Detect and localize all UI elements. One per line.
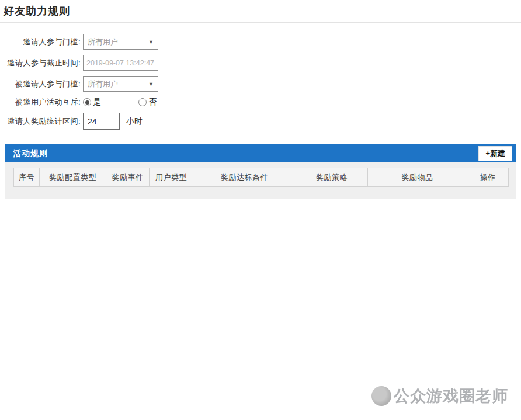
form-row-invitee-threshold: 被邀请人参与门槛: 所有用户 ▼ xyxy=(0,76,521,92)
form-row-inviter-deadline: 邀请人参与截止时间: xyxy=(0,55,521,71)
col-header: 操作 xyxy=(467,168,509,187)
field-label: 邀请人参与门槛: xyxy=(0,37,83,47)
watermark-text: 公众游戏圈老师 xyxy=(394,386,508,407)
form-row-reward-interval: 邀请人奖励统计区间: 小时 xyxy=(0,113,521,130)
panel-header-bar: 活动规则 +新建 xyxy=(5,144,516,162)
watermark-logo-icon xyxy=(371,386,391,406)
friend-assist-rules-page: 好友助力规则 邀请人参与门槛: 所有用户 ▼ 邀请人参与截止时间: 被邀请人参与… xyxy=(0,0,521,420)
panel-title: 活动规则 xyxy=(5,144,516,162)
reward-interval-input[interactable] xyxy=(83,113,120,130)
select-value: 所有用户 xyxy=(88,79,118,89)
form-row-mutual-exclusion: 被邀用户活动互斥: 是 否 xyxy=(0,97,521,107)
table-header-row: 序号 奖励配置类型 奖励事件 用户类型 奖励达标条件 奖励策略 奖励物品 操作 xyxy=(14,168,509,187)
radio-label: 是 xyxy=(93,97,101,107)
field-label: 邀请人参与截止时间: xyxy=(0,58,83,68)
field-label: 邀请人奖励统计区间: xyxy=(0,116,83,127)
col-header: 奖励事件 xyxy=(106,168,150,187)
col-header: 奖励物品 xyxy=(368,168,467,187)
col-header: 用户类型 xyxy=(150,168,193,187)
unit-label: 小时 xyxy=(126,116,143,127)
inviter-threshold-select[interactable]: 所有用户 ▼ xyxy=(83,34,158,50)
activity-rules-panel: 活动规则 +新建 序号 奖励配置类型 奖励事件 用户类型 奖励达标条件 奖励策略 xyxy=(5,144,516,199)
select-value: 所有用户 xyxy=(88,37,118,47)
rules-form: 邀请人参与门槛: 所有用户 ▼ 邀请人参与截止时间: 被邀请人参与门槛: 所有用… xyxy=(0,34,521,130)
title-divider xyxy=(0,22,521,23)
radio-label: 否 xyxy=(148,97,157,107)
invitee-threshold-select[interactable]: 所有用户 ▼ xyxy=(83,76,158,92)
radio-yes[interactable]: 是 xyxy=(83,97,101,107)
col-header: 奖励配置类型 xyxy=(40,168,106,187)
field-label: 被邀用户活动互斥: xyxy=(0,97,83,107)
new-rule-button[interactable]: +新建 xyxy=(478,146,512,161)
page-title: 好友助力规则 xyxy=(0,0,521,18)
inviter-deadline-input[interactable] xyxy=(83,55,158,71)
col-header: 奖励策略 xyxy=(296,168,368,187)
rules-table: 序号 奖励配置类型 奖励事件 用户类型 奖励达标条件 奖励策略 奖励物品 操作 xyxy=(13,168,509,187)
chevron-down-icon: ▼ xyxy=(148,39,154,45)
radio-selected-icon xyxy=(83,98,91,106)
rules-table-wrap: 序号 奖励配置类型 奖励事件 用户类型 奖励达标条件 奖励策略 奖励物品 操作 xyxy=(13,168,508,187)
mutual-exclusion-radio-group: 是 否 xyxy=(83,97,157,107)
col-header: 奖励达标条件 xyxy=(193,168,296,187)
field-label: 被邀请人参与门槛: xyxy=(0,79,83,89)
watermark: 公众游戏圈老师 xyxy=(371,386,508,407)
form-row-inviter-threshold: 邀请人参与门槛: 所有用户 ▼ xyxy=(0,34,521,50)
col-header: 序号 xyxy=(14,168,40,187)
chevron-down-icon: ▼ xyxy=(148,81,154,87)
radio-no[interactable]: 否 xyxy=(138,97,157,107)
radio-unselected-icon xyxy=(138,98,147,106)
